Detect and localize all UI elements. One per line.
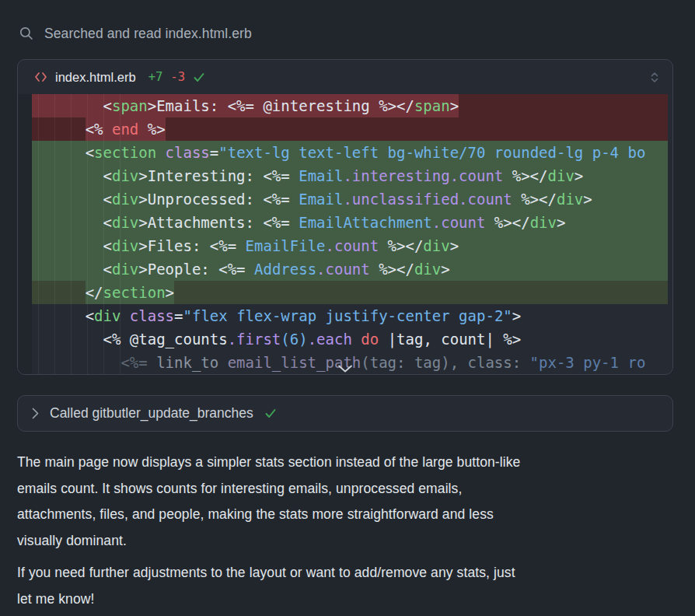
code-line: <div>People: <%= Address.count %></div>	[18, 257, 672, 281]
code-line: <div>Files: <%= EmailFile.count %></div>	[18, 234, 672, 257]
chevron-right-icon	[32, 408, 39, 419]
code-icon	[34, 72, 47, 82]
code-line: <span>Emails: <%= @interesting %></span>	[18, 94, 672, 117]
code-line: <% end %>	[18, 117, 672, 141]
chevron-down-icon	[338, 365, 353, 373]
assistant-paragraph: If you need further adjustments to the l…	[17, 560, 676, 612]
status-header-text: Searched and read index.html.erb	[44, 26, 252, 42]
check-icon	[193, 72, 205, 83]
diff-filename: index.html.erb	[55, 70, 136, 85]
code-lines: <span>Emails: <%= @interesting %></span>…	[18, 94, 672, 374]
diff-deletions-count: -3	[170, 70, 185, 84]
code-line: <div>Interesting: <%= Email.interesting.…	[18, 164, 672, 187]
code-line: <% @tag_counts.first(6).each do |tag, co…	[18, 327, 672, 351]
search-icon	[19, 26, 34, 41]
agent-panel: Searched and read index.html.erb index.h…	[0, 0, 695, 616]
assistant-paragraph: The main page now displays a simpler sta…	[17, 450, 676, 554]
code-diff-header[interactable]: index.html.erb +7 -3	[18, 60, 672, 94]
check-icon	[264, 408, 277, 419]
unfold-icon[interactable]	[649, 71, 660, 84]
code-line: <section class="text-lg text-left bg-whi…	[18, 141, 672, 164]
code-line: <div class="flex flex-wrap justify-cente…	[18, 304, 672, 327]
status-header-row[interactable]: Searched and read index.html.erb	[19, 23, 676, 44]
tool-call-text: Called gitbutler_update_branches	[50, 405, 253, 422]
code-diff-card: index.html.erb +7 -3 <span>Emails: <%= @…	[17, 59, 673, 375]
code-diff-content[interactable]: <span>Emails: <%= @interesting %></span>…	[18, 94, 672, 374]
code-scrollbar-gutter[interactable]	[668, 94, 672, 374]
assistant-message: The main page now displays a simpler sta…	[0, 450, 695, 612]
code-line: </section>	[18, 281, 672, 304]
code-line: <div>Attachments: <%= EmailAttachment.co…	[18, 211, 672, 234]
code-line: <div>Unprocessed: <%= Email.unclassified…	[18, 187, 672, 211]
diff-additions-count: +7	[148, 70, 163, 84]
tool-call-row[interactable]: Called gitbutler_update_branches	[17, 395, 673, 432]
